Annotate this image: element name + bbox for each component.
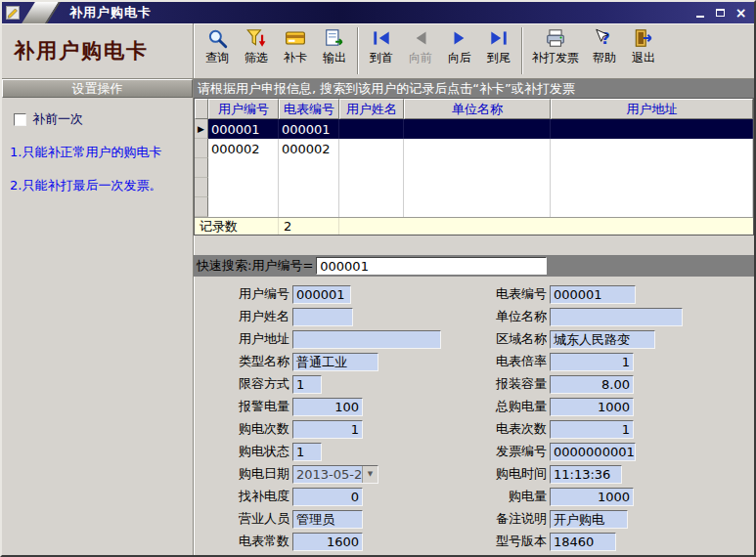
toolbar-button-first[interactable]: 到首 (362, 23, 401, 78)
search-label: 快速搜索:用户编号= (197, 257, 313, 275)
column-header[interactable]: 电表编号 (279, 99, 339, 119)
form-row: 类型名称普通工业电表倍率1 (213, 352, 754, 371)
app-icon (5, 5, 22, 21)
form-input[interactable]: 100 (292, 398, 363, 416)
form-label: 电表编号 (465, 285, 547, 303)
form-input[interactable]: 000001 (550, 285, 636, 304)
chevron-down-icon[interactable]: ▼ (362, 466, 378, 483)
form-input[interactable]: 1600 (292, 533, 363, 551)
form-input[interactable]: 1000 (550, 398, 634, 416)
footer-spacer (339, 218, 753, 235)
grid-cell[interactable] (551, 119, 753, 139)
form-input[interactable] (550, 308, 683, 326)
checkbox-icon[interactable] (14, 113, 26, 126)
column-header[interactable]: 单位名称 (404, 99, 551, 119)
toolbar-button-label: 退出 (632, 50, 655, 66)
form-input[interactable]: 城东人民路变 (550, 330, 655, 349)
toolbar-button-exit[interactable]: 退出 (624, 23, 663, 78)
sidebar-note-1: 1.只能补正常用户的购电卡 (10, 144, 187, 161)
grid-cell[interactable]: 000001 (208, 119, 279, 139)
grid-cell[interactable]: 000001 (279, 119, 339, 139)
form-input[interactable]: 0 (292, 488, 363, 506)
grid-cell (404, 178, 551, 197)
form-label: 限容方式 (213, 375, 289, 393)
form-label: 用户地址 (213, 330, 289, 348)
table-row-empty (195, 178, 753, 197)
grid-cell[interactable]: 000002 (208, 139, 279, 158)
form-input[interactable]: 管理员 (292, 510, 363, 529)
form-input[interactable]: 1 (292, 420, 363, 439)
form-label: 营业人员 (213, 510, 289, 528)
toolbar-button-label: 向前 (409, 50, 432, 66)
grid-cell (208, 197, 279, 217)
grid-cell[interactable]: 000002 (279, 139, 339, 158)
titlebar[interactable]: 补用户购电卡 × (2, 2, 754, 23)
toolbar-button-next[interactable]: 向后 (440, 23, 479, 78)
row-indicator (195, 197, 208, 217)
form-field: 购电时间11:13:36 (465, 465, 622, 484)
sidebar: 设置操作 补前一次 1.只能补正常用户的购电卡 2.只能补打最后一次发票。 (2, 79, 194, 555)
toolbar-button-search[interactable]: 查询 (198, 23, 237, 78)
form-input[interactable]: 1 (550, 353, 634, 371)
toolbar-button-label: 查询 (205, 50, 229, 66)
maximize-button[interactable] (712, 6, 729, 21)
form-input[interactable] (292, 330, 441, 349)
form-input[interactable]: 0000000001 (550, 443, 636, 461)
form-input[interactable]: 1 (550, 420, 634, 439)
grid-cell[interactable] (404, 119, 551, 139)
form-label: 报警电量 (213, 398, 289, 415)
column-header[interactable]: 用户姓名 (339, 99, 404, 119)
grid-cell (208, 158, 279, 178)
form-input[interactable]: 18460 (550, 533, 616, 551)
checkbox-row-previous-time[interactable]: 补前一次 (14, 110, 193, 128)
form-input[interactable]: 000001 (292, 285, 351, 304)
grid-cell (279, 178, 339, 197)
toolbar-button-filter[interactable]: 筛选 (237, 23, 276, 78)
grid-cell[interactable] (339, 139, 404, 158)
grid-cell (404, 158, 551, 178)
grid-cell[interactable] (551, 139, 753, 158)
window-controls: × (691, 6, 754, 21)
form-field: 找补电度0 (213, 488, 465, 506)
minimize-button[interactable] (691, 6, 708, 21)
table-row[interactable]: ▶000001000001 (195, 119, 753, 139)
form-input[interactable]: 8.00 (550, 375, 634, 394)
export-icon (324, 27, 345, 49)
form-row: 用户地址区域名称城东人民路变 (213, 329, 754, 349)
toolbar-button-label: 帮助 (593, 50, 616, 66)
close-button[interactable]: × (733, 6, 749, 21)
form-field: 型号版本18460 (465, 533, 616, 551)
grid-cell[interactable] (404, 139, 551, 158)
form-input[interactable]: 开户购电 (550, 510, 628, 529)
toolbar-button-help[interactable]: ?帮助 (585, 23, 624, 78)
form-input[interactable]: 1000 (550, 488, 634, 506)
form-input[interactable]: 普通工业 (292, 353, 378, 371)
toolbar-button-export[interactable]: 输出 (315, 23, 354, 78)
form-input[interactable]: 11:13:36 (550, 465, 622, 484)
grid-cell (279, 158, 339, 178)
search-input[interactable] (316, 257, 547, 275)
column-header[interactable]: 用户编号 (208, 99, 279, 119)
form-row: 营业人员管理员备注说明开户购电 (213, 509, 754, 529)
table-row[interactable]: 000002000002 (195, 139, 753, 158)
toolbar-button-card[interactable]: 补卡 (276, 23, 315, 78)
form-field: 总购电量1000 (465, 398, 634, 416)
form-label: 电表常数 (213, 533, 289, 550)
toolbar-button-invoice[interactable]: 补打发票 (526, 23, 585, 78)
row-indicator (195, 158, 208, 178)
form-field: 类型名称普通工业 (213, 353, 465, 371)
grid-cell[interactable] (339, 119, 404, 139)
table-footer: 记录数2 (195, 217, 753, 235)
form-input[interactable]: 1 (292, 443, 322, 461)
invoice-icon (545, 27, 566, 49)
form-input[interactable]: 1 (292, 375, 322, 394)
form-input[interactable]: 2013-05-25▼ (292, 465, 378, 484)
form-label: 发票编号 (465, 443, 547, 460)
toolbar-button-last[interactable]: 到尾 (479, 23, 518, 78)
toolbar-separator (521, 27, 523, 74)
form-input[interactable] (292, 308, 353, 326)
page-title: 补用户购电卡 (2, 23, 194, 78)
toolbar-button-prev[interactable]: 向前 (401, 23, 440, 78)
form-field: 电表编号000001 (465, 285, 636, 304)
column-header[interactable]: 用户地址 (551, 99, 753, 119)
